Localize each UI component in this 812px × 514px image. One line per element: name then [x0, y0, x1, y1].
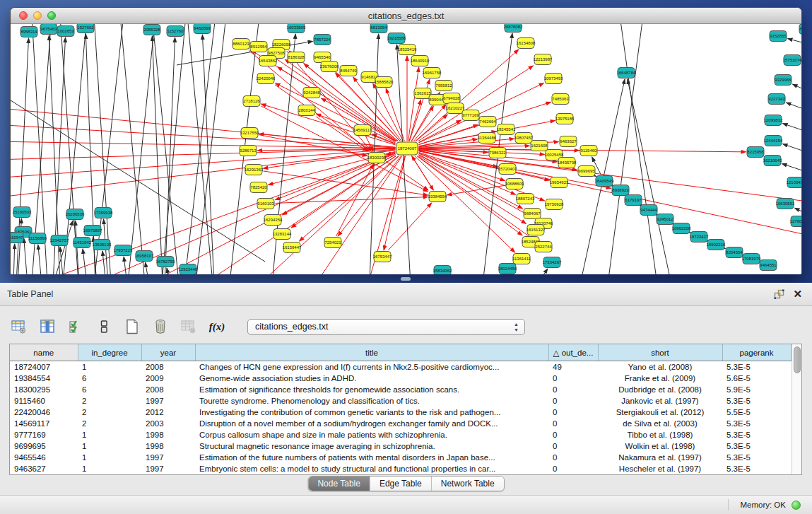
- graph-edge: [788, 39, 802, 45]
- table-cell: 1: [78, 440, 141, 452]
- tab-edge-table[interactable]: Edge Table: [370, 477, 432, 491]
- graph-node-label: 18723427: [690, 235, 709, 239]
- column-visibility-icon[interactable]: [38, 317, 57, 336]
- table-selector-dropdown[interactable]: citations_edges.txt ▲▼: [247, 319, 525, 335]
- graph-node-label: 9474444: [640, 208, 657, 212]
- graph-node-label: 1152760: [167, 29, 184, 33]
- table-cell: 2: [78, 418, 141, 429]
- column-header-year[interactable]: year: [141, 344, 195, 361]
- table-cell: Wolkin et al. (1998): [598, 440, 722, 452]
- graph-edge: [408, 67, 419, 141]
- graph-node-label: 8454749: [340, 69, 357, 73]
- graph-node-label: 1002653: [57, 29, 74, 33]
- network-view-background: citations_edges.txt 18724007183002951938…: [0, 0, 812, 283]
- graph-node-label: 18226058: [272, 42, 291, 47]
- attribute-table: namein_degreeyeartitle△ out_de...shortpa…: [10, 344, 792, 474]
- column-header-in_degree[interactable]: in_degree: [78, 344, 141, 361]
- column-header-title[interactable]: title: [195, 344, 548, 361]
- table-cell: 14569117: [10, 418, 78, 429]
- function-builder-icon[interactable]: f(x): [208, 317, 226, 336]
- graph-node-label: 9464551: [760, 263, 777, 267]
- graph-edge: [384, 156, 406, 251]
- table-row[interactable]: 1456911722003Disruption of a novel membe…: [10, 418, 791, 429]
- graph-node-label: 9329966: [775, 78, 792, 82]
- column-header-pagerank[interactable]: pagerank: [722, 344, 791, 361]
- create-column-icon[interactable]: [123, 317, 141, 336]
- minimize-window-button[interactable]: [33, 11, 42, 20]
- memory-status-label: Memory: OK: [740, 501, 786, 509]
- graph-node-label: 16154808: [517, 41, 536, 45]
- table-cell: 1997: [141, 395, 195, 407]
- table-cell: Estimation of significance thresholds fo…: [195, 384, 548, 395]
- column-header-name[interactable]: name: [10, 344, 78, 361]
- table-cell: 19384554: [10, 373, 78, 384]
- graph-edge: [146, 262, 149, 274]
- graph-node-label: 8912954: [250, 45, 267, 49]
- network-window[interactable]: citations_edges.txt 18724007183002951938…: [10, 7, 802, 274]
- float-panel-icon[interactable]: [774, 289, 784, 300]
- table-cell: 1998: [141, 440, 195, 452]
- delete-table-icon[interactable]: [180, 317, 198, 336]
- graph-node-label: 16782759: [156, 259, 175, 264]
- table-cell: 2008: [141, 384, 195, 395]
- graph-node-label: 16958107: [135, 254, 154, 258]
- graph-node-label: 18640910: [411, 59, 430, 63]
- table-cell: 0: [548, 395, 598, 407]
- graph-edge: [595, 175, 596, 176]
- table-row[interactable]: 911546021997Tourette syndrome. Phenomeno…: [10, 395, 791, 407]
- close-panel-icon[interactable]: ✕: [793, 288, 802, 300]
- graph-node-label: 18807243: [516, 197, 535, 201]
- delete-columns-icon[interactable]: [151, 317, 170, 336]
- table-cell: Hescheler et al. (1997): [598, 463, 722, 474]
- table-settings-icon[interactable]: [10, 317, 28, 336]
- graph-node-label: 16648784: [617, 71, 636, 75]
- tab-network-table[interactable]: Network Table: [432, 477, 504, 491]
- table-row[interactable]: 1938455462009Genome-wide association stu…: [10, 373, 791, 384]
- tab-node-table[interactable]: Node Table: [308, 477, 370, 491]
- table-cell: 49: [548, 361, 598, 373]
- graph-node-label: 16033809: [287, 25, 306, 30]
- graph-node-label: 8813054: [370, 25, 387, 30]
- graph-node-label: 9465546: [314, 55, 331, 59]
- table-selector-value: citations_edges.txt: [255, 322, 329, 332]
- graph-edge: [608, 24, 643, 274]
- table-cell: 1: [78, 361, 141, 373]
- table-scrollbar-thumb[interactable]: [794, 346, 801, 373]
- table-cell: 9465546: [10, 452, 78, 463]
- table-row[interactable]: 1872400712008Changes of HCN gene express…: [10, 361, 791, 373]
- close-window-button[interactable]: [19, 11, 28, 20]
- table-cell: Embryonic stem cells: a model to study s…: [195, 463, 548, 474]
- table-scrollbar[interactable]: [792, 344, 802, 474]
- network-canvas[interactable]: 1872400718300295193845541456911788601238…: [11, 24, 801, 274]
- table-cell: 1997: [141, 452, 195, 463]
- table-cell: 5.3E-5: [722, 361, 791, 373]
- column-header-short[interactable]: short: [598, 344, 722, 361]
- table-row[interactable]: 969969511998Structural magnetic resonanc…: [10, 440, 791, 452]
- select-columns-icon[interactable]: [66, 317, 85, 336]
- row-mode-icon[interactable]: [95, 317, 113, 336]
- table-row[interactable]: 2242004622012Investigating the contribut…: [10, 407, 791, 418]
- table-cell: 2009: [141, 373, 195, 384]
- table-cell: Disruption of a novel member of a sodium…: [195, 418, 548, 429]
- table-cell: 18724007: [10, 361, 78, 373]
- table-row[interactable]: 946362711997Embryonic stem cells: a mode…: [10, 463, 791, 474]
- graph-edge: [102, 251, 106, 274]
- table-row[interactable]: 946554611997Estimation of the future num…: [10, 452, 791, 463]
- graph-node-label: 8931054: [799, 27, 801, 31]
- graph-node-label: 12103454: [787, 180, 801, 185]
- panel-splitter-handle[interactable]: [401, 277, 411, 281]
- graph-edge: [276, 197, 428, 204]
- table-row[interactable]: 1830029562008Estimation of significance …: [10, 384, 791, 395]
- table-row[interactable]: 977716911998Corpus callosum shape and si…: [10, 429, 791, 440]
- graph-node-label: 16159447: [283, 245, 302, 250]
- table-cell: Franke et al. (2009): [598, 373, 722, 384]
- network-window-titlebar[interactable]: citations_edges.txt: [11, 8, 801, 24]
- table-cell: 5.3E-5: [722, 429, 791, 440]
- table-cell: 6: [78, 384, 141, 395]
- graph-node-label: 7485063: [552, 97, 569, 101]
- table-cell: 5.3E-5: [722, 452, 791, 463]
- zoom-window-button[interactable]: [47, 11, 56, 20]
- graph-node-label: 11156869: [28, 236, 47, 240]
- table-cell: 6: [78, 373, 141, 384]
- column-header-out_de[interactable]: △ out_de...: [548, 344, 598, 361]
